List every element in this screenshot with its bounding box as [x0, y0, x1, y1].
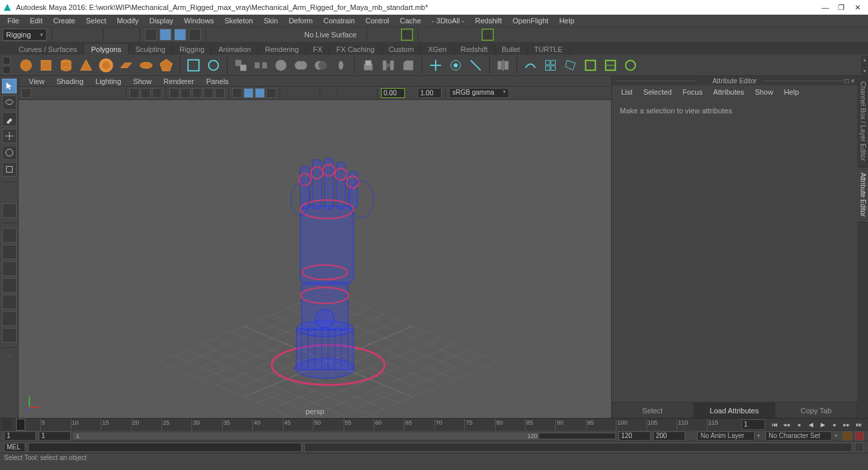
polysphere-icon[interactable] — [17, 57, 35, 74]
menu-openflight[interactable]: OpenFlight — [508, 15, 553, 26]
workspace-mode-selector[interactable]: Rigging — [3, 29, 47, 41]
target-weld-icon[interactable] — [447, 57, 464, 74]
attr-menu-selected[interactable]: Selected — [639, 87, 676, 97]
open-scene-button[interactable] — [71, 29, 83, 41]
snap-view-button[interactable] — [284, 29, 296, 41]
exposure-icon[interactable] — [284, 88, 294, 98]
step-back-key-button[interactable]: ◂◂ — [781, 420, 792, 429]
gamma-icon[interactable] — [295, 88, 305, 98]
film-gate-icon[interactable] — [55, 88, 65, 98]
close-button[interactable]: ✕ — [853, 3, 861, 11]
snap-curve-button[interactable] — [226, 29, 238, 41]
attr-menu-attributes[interactable]: Attributes — [709, 87, 748, 97]
shadows-icon[interactable] — [181, 88, 191, 98]
render-globals-button[interactable] — [482, 29, 494, 41]
menu-constrain[interactable]: Constrain — [319, 15, 360, 26]
play-forward-button[interactable]: ▶ — [817, 420, 828, 429]
menu-skeleton[interactable]: Skeleton — [220, 15, 258, 26]
save-scene-button[interactable] — [86, 29, 98, 41]
shelf-tab-turtle[interactable]: TURTLE — [527, 44, 570, 55]
redo-button[interactable] — [123, 29, 135, 41]
shaded-icon[interactable] — [141, 88, 151, 98]
select-tool[interactable] — [2, 79, 17, 93]
shelf-tab-curves-surfaces[interactable]: Curves / Surfaces — [12, 44, 84, 55]
near-clip-field[interactable] — [381, 88, 405, 98]
subdiv-proxy-icon[interactable] — [622, 57, 639, 74]
anim-layer-selector[interactable]: No Anim Layer — [697, 431, 755, 441]
aa-icon[interactable] — [215, 88, 225, 98]
textured-icon[interactable] — [152, 88, 162, 98]
shelf-tab-animation[interactable]: Animation — [211, 44, 258, 55]
shelf-tab-fx[interactable]: FX — [306, 44, 330, 55]
camera-select-icon[interactable] — [21, 88, 31, 98]
move-tool[interactable] — [2, 129, 17, 143]
gate-mask-icon[interactable] — [78, 88, 88, 98]
menu--3dtoall-[interactable]: - 3DtoAll - — [427, 15, 469, 26]
menu-cache[interactable]: Cache — [395, 15, 426, 26]
snap-plane-button[interactable] — [255, 29, 267, 41]
menu-create[interactable]: Create — [49, 15, 80, 26]
panel-menu-view[interactable]: View — [24, 77, 49, 86]
step-forward-button[interactable]: ▸ — [829, 420, 840, 429]
menu-select[interactable]: Select — [81, 15, 111, 26]
snap-point-button[interactable] — [240, 29, 252, 41]
hypershade-button[interactable] — [467, 29, 479, 41]
sculpt-icon[interactable] — [522, 57, 539, 74]
msaa-icon[interactable] — [364, 88, 374, 98]
menu-edit[interactable]: Edit — [25, 15, 47, 26]
separate-icon[interactable] — [252, 57, 270, 74]
viewtransform-icon[interactable] — [306, 88, 316, 98]
shelf-tab-redshift[interactable]: Redshift — [454, 44, 495, 55]
attr-load-button[interactable]: Load Attributes — [694, 403, 776, 418]
new-scene-button[interactable] — [57, 29, 69, 41]
polyplane-icon[interactable] — [117, 57, 135, 74]
polydisc-icon[interactable] — [137, 57, 155, 74]
workspace-button[interactable] — [853, 29, 865, 41]
timeline-menu-icon[interactable] — [3, 420, 12, 429]
play-back-button[interactable]: ◀ — [805, 420, 816, 429]
grid-icon[interactable] — [266, 88, 276, 98]
go-start-button[interactable]: ⏮ — [769, 420, 780, 429]
panel-menu-lighting[interactable]: Lighting — [91, 77, 126, 86]
panel-menu-renderer[interactable]: Renderer — [159, 77, 199, 86]
construction-history-button[interactable] — [372, 29, 384, 41]
polycone-icon[interactable] — [77, 57, 95, 74]
account-button[interactable] — [811, 29, 823, 41]
layout-two-button[interactable] — [2, 261, 17, 276]
shelf-tab-rendering[interactable]: Rendering — [258, 44, 306, 55]
safe-title-icon[interactable] — [112, 88, 122, 98]
autokey-button[interactable] — [843, 431, 852, 441]
attr-copy-button[interactable]: Copy Tab — [775, 403, 857, 418]
shelf-tab-xgen[interactable]: XGen — [421, 44, 454, 55]
layout-outliner-button[interactable] — [2, 278, 17, 293]
dof-icon[interactable] — [341, 88, 351, 98]
range-handle[interactable]: 1 120 — [74, 433, 539, 439]
svg-mesh-icon[interactable] — [205, 57, 222, 74]
menu-skin[interactable]: Skin — [259, 15, 282, 26]
layout-single-button[interactable] — [2, 228, 17, 243]
last-tool[interactable] — [2, 203, 17, 218]
minimize-button[interactable]: — — [821, 3, 829, 11]
multicut-icon[interactable] — [427, 57, 444, 74]
undo-button[interactable] — [108, 29, 120, 41]
character-set-selector[interactable]: No Character Set — [765, 431, 832, 441]
menu-help[interactable]: Help — [554, 15, 579, 26]
menu-modify[interactable]: Modify — [112, 15, 143, 26]
attr-menu-show[interactable]: Show — [751, 87, 777, 97]
bool-diff-icon[interactable] — [312, 57, 330, 74]
shelf-tab-polygons[interactable]: Polygons — [84, 44, 128, 55]
wireframe-icon[interactable] — [129, 88, 139, 98]
script-lang-selector[interactable]: MEL — [4, 443, 25, 452]
step-forward-key-button[interactable]: ▸▸ — [841, 420, 852, 429]
polytorus-icon[interactable] — [97, 57, 115, 74]
polycube-icon[interactable] — [37, 57, 55, 74]
safe-action-icon[interactable] — [101, 88, 111, 98]
go-end-button[interactable]: ⏭ — [853, 420, 864, 429]
maximize-button[interactable]: ❐ — [837, 3, 845, 11]
field-chart-icon[interactable] — [89, 88, 99, 98]
step-back-button[interactable]: ◂ — [793, 420, 804, 429]
shelf-tab-custom[interactable]: Custom — [382, 44, 422, 55]
attr-select-button[interactable]: Select — [612, 403, 694, 418]
script-editor-button[interactable] — [855, 443, 864, 452]
shelf-tab-sculpting[interactable]: Sculpting — [129, 44, 173, 55]
